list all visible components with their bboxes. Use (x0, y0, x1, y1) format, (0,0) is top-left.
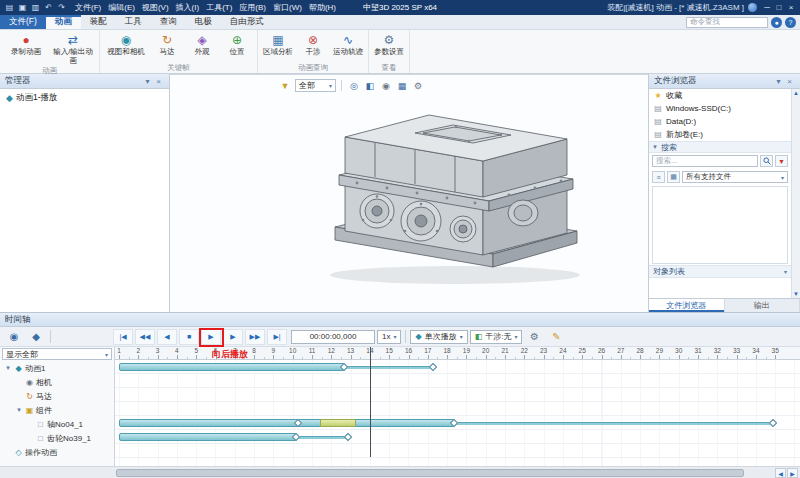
track-label-操作动画[interactable]: ◇操作动画 (0, 445, 114, 459)
ribbon-tab-3[interactable]: 查询 (151, 15, 186, 29)
pin-icon[interactable]: ▾ (142, 77, 153, 86)
time-display[interactable]: 00:00:00,000 (291, 330, 375, 344)
track-row-马达[interactable] (115, 388, 800, 402)
file-list[interactable] (652, 186, 788, 264)
scroll-up-icon[interactable]: ▲ (793, 89, 799, 97)
track-bar[interactable] (119, 433, 297, 441)
close-button[interactable]: × (785, 0, 797, 15)
keyframe-diamond[interactable] (429, 363, 437, 371)
prev-frame-button[interactable]: ◀ (157, 329, 177, 345)
close-icon[interactable]: × (153, 77, 164, 86)
file-type-filter-select[interactable]: 所有支持文件▾ (682, 171, 788, 183)
prev-key-button[interactable]: ◀◀ (135, 329, 155, 345)
stop-button[interactable]: ■ (179, 329, 199, 345)
timeline-scrollbar[interactable]: ◀ ▶ (0, 466, 800, 478)
folder-row-3[interactable]: ▤新加卷(E:) (649, 128, 791, 141)
scrollbar-thumb[interactable] (116, 469, 744, 477)
search-input[interactable]: 搜索... (652, 155, 758, 167)
track-row-操作动画[interactable] (115, 444, 800, 458)
gearbox-model[interactable] (265, 93, 625, 303)
folder-row-2[interactable]: ▤Data(D:) (649, 115, 791, 128)
ribbon-button-视图和相机[interactable]: ◉视图和相机 (103, 31, 149, 62)
track-bar[interactable] (119, 419, 455, 427)
advanced-filter-icon[interactable]: ▼ (775, 155, 788, 167)
interference-select[interactable]: ◧干涉:无▾ (470, 330, 523, 344)
track-row-组件[interactable] (115, 402, 800, 416)
track-row-相机[interactable] (115, 374, 800, 388)
last-frame-button[interactable]: ▶| (267, 329, 287, 345)
record-video-icon[interactable]: ◉ (4, 329, 24, 345)
track-row-轴No04_1[interactable] (115, 416, 800, 430)
shade-icon[interactable]: ◧ (363, 79, 377, 92)
scroll-left-icon[interactable]: ◀ (775, 468, 786, 478)
first-frame-button[interactable]: |◀ (113, 329, 133, 345)
scroll-down-icon[interactable]: ▼ (793, 290, 799, 298)
folder-row-0[interactable]: ★收藏 (649, 89, 791, 102)
ribbon-button-区域分析[interactable]: ▦区域分析 (261, 31, 295, 62)
ribbon-tab-5[interactable]: 自由形式 (221, 15, 273, 29)
keyframe-icon[interactable]: ◆ (26, 329, 46, 345)
track-label-组件[interactable]: ▾▣组件 (0, 403, 114, 417)
speed-select[interactable]: 1x▾ (377, 330, 401, 344)
menu-item-6[interactable]: 窗口(W) (273, 2, 302, 13)
redo-icon[interactable]: ↷ (56, 0, 67, 15)
track-label-动画1[interactable]: ▾◆动画1 (0, 361, 114, 375)
track-label-轴No04_1[interactable]: □轴No04_1 (0, 417, 114, 431)
filter-icon[interactable]: ▼ (278, 79, 292, 92)
menu-item-0[interactable]: 文件(F) (75, 2, 101, 13)
viewport-3d[interactable]: ▼ 全部▾ ◎◧◉▦⚙ (170, 74, 648, 312)
menu-item-4[interactable]: 工具(T) (206, 2, 232, 13)
camera-icon[interactable]: ◉ (379, 79, 393, 92)
expander-icon[interactable]: ▾ (15, 406, 23, 414)
save-icon[interactable]: ▥ (30, 0, 41, 15)
ribbon-button-干涉[interactable]: ⊗干涉 (296, 31, 330, 62)
list-view-icon[interactable]: ≡ (652, 171, 665, 183)
track-bar[interactable] (119, 363, 345, 371)
file-panel-tab-0[interactable]: 文件浏览器 (649, 299, 725, 312)
search-section-header[interactable]: ▼搜索 (649, 141, 791, 153)
ribbon-tab-0[interactable]: 动画 (46, 15, 81, 29)
timeline-playhead[interactable] (370, 347, 371, 457)
maximize-button[interactable]: □ (773, 0, 785, 15)
command-search-input[interactable]: 命令查找 (686, 17, 768, 28)
ribbon-tab-4[interactable]: 电极 (186, 15, 221, 29)
object-list-header[interactable]: 对象列表▾ (649, 265, 791, 278)
keyframe-diamond[interactable] (344, 433, 352, 441)
ribbon-button-运动轨迹[interactable]: ∿运动轨迹 (331, 31, 365, 62)
edit-icon[interactable]: ✎ (546, 329, 566, 345)
visibility-icon[interactable]: ◎ (347, 79, 361, 92)
scroll-right-icon[interactable]: ▶ (787, 468, 798, 478)
menu-item-3[interactable]: 插入(I) (176, 2, 200, 13)
ribbon-tab-2[interactable]: 工具 (116, 15, 151, 29)
grid-icon[interactable]: ▦ (395, 79, 409, 92)
ribbon-button-录制动画[interactable]: ●录制动画 (3, 31, 49, 65)
help-icon[interactable]: ? (785, 17, 796, 28)
file-panel-tab-1[interactable]: 输出 (725, 299, 800, 312)
menu-item-5[interactable]: 应用(B) (239, 2, 266, 13)
show-all-select[interactable]: 显示全部▾ (2, 348, 112, 360)
play-button[interactable]: ▶ (201, 329, 221, 345)
next-key-button[interactable]: ▶▶ (245, 329, 265, 345)
undo-icon[interactable]: ↶ (43, 0, 54, 15)
search-icon[interactable] (760, 155, 773, 167)
ribbon-button-外观[interactable]: ◈外观 (185, 31, 219, 62)
file-panel-scrollbar[interactable]: ▲ ▼ (791, 89, 800, 298)
expander-icon[interactable]: ▾ (4, 364, 12, 372)
thumbnail-view-icon[interactable]: ▦ (667, 171, 680, 183)
track-row-齿轮No39_1[interactable] (115, 430, 800, 444)
menu-item-1[interactable]: 编辑(E) (108, 2, 135, 13)
next-frame-button[interactable]: ▶ (223, 329, 243, 345)
manager-tree-item[interactable]: ◆ 动画1-播放 (0, 89, 169, 107)
user-icon[interactable]: ● (771, 17, 782, 28)
pin-icon[interactable]: ▾ (773, 77, 784, 86)
ribbon-button-马达[interactable]: ↻马达 (150, 31, 184, 62)
ribbon-button-输入/输出动画[interactable]: ⇄输入/输出动画 (50, 31, 96, 65)
wrench-icon[interactable]: ⚙ (524, 329, 544, 345)
ribbon-button-参数设置[interactable]: ⚙参数设置 (372, 31, 406, 62)
folder-row-1[interactable]: ▤Windows-SSD(C:) (649, 102, 791, 115)
track-label-马达[interactable]: ↻马达 (0, 389, 114, 403)
track-row-动画1[interactable] (115, 360, 800, 374)
file-menu-button[interactable]: 文件(F) (0, 15, 46, 29)
ribbon-tab-1[interactable]: 装配 (81, 15, 116, 29)
minimize-button[interactable]: ─ (761, 0, 773, 15)
